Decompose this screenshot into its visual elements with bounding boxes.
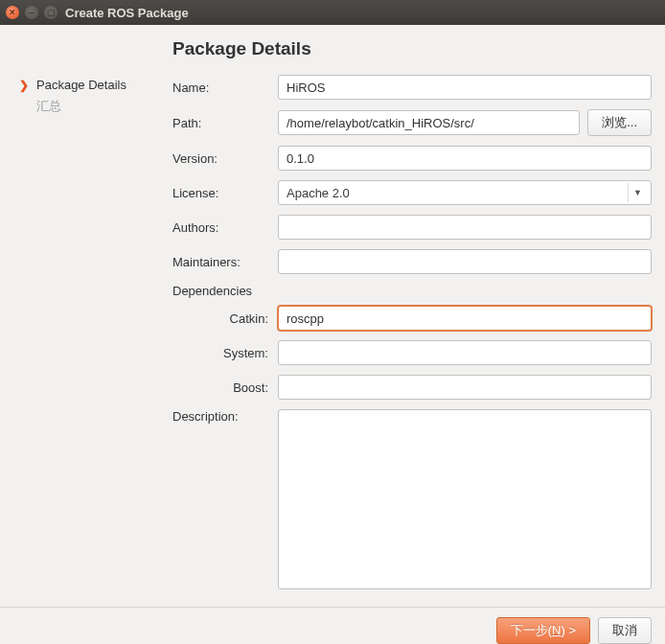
path-label: Path: (172, 116, 278, 130)
description-label: Description: (172, 409, 278, 424)
system-label: System: (172, 346, 278, 360)
boost-label: Boost: (172, 380, 278, 395)
minimize-icon[interactable]: – (25, 6, 38, 19)
authors-label: Authors: (172, 220, 278, 235)
sidebar-item-label: Package Details (36, 78, 126, 92)
description-textarea[interactable] (278, 409, 652, 589)
maintainers-label: Maintainers: (172, 255, 278, 269)
titlebar: ✕ – ▢ Create ROS Package (0, 0, 665, 25)
name-input[interactable] (278, 75, 652, 100)
sidebar-item-package-details[interactable]: ❯ Package Details (13, 75, 159, 95)
window-title: Create ROS Package (65, 6, 189, 20)
sidebar: ❯ Package Details 汇总 (13, 38, 159, 607)
path-input[interactable] (278, 110, 580, 135)
browse-button[interactable]: 浏览... (587, 109, 652, 136)
license-value: Apache 2.0 (287, 186, 350, 200)
close-icon[interactable]: ✕ (6, 6, 19, 19)
license-label: License: (172, 186, 278, 200)
next-button[interactable]: 下一步(N) > (496, 617, 590, 644)
catkin-input[interactable] (278, 306, 652, 331)
sidebar-item-summary[interactable]: 汇总 (13, 95, 159, 118)
main-panel: Package Details Name: Path: 浏览... Versio… (172, 38, 652, 607)
page-title: Package Details (172, 38, 652, 59)
footer: 下一步(N) > 取消 (0, 607, 665, 644)
chevron-right-icon: ❯ (19, 79, 31, 92)
boost-input[interactable] (278, 375, 652, 400)
license-select[interactable]: Apache 2.0 ▼ (278, 180, 652, 205)
maintainers-input[interactable] (278, 249, 652, 274)
version-input[interactable] (278, 146, 652, 171)
authors-input[interactable] (278, 215, 652, 240)
chevron-down-icon: ▼ (628, 183, 647, 202)
name-label: Name: (172, 80, 278, 95)
catkin-label: Catkin: (172, 311, 278, 326)
window-controls: ✕ – ▢ (6, 6, 57, 19)
version-label: Version: (172, 151, 278, 166)
sidebar-item-label: 汇总 (36, 98, 61, 115)
cancel-button[interactable]: 取消 (598, 617, 652, 644)
system-input[interactable] (278, 340, 652, 365)
maximize-icon[interactable]: ▢ (44, 6, 57, 19)
dependencies-label: Dependencies (172, 284, 652, 298)
